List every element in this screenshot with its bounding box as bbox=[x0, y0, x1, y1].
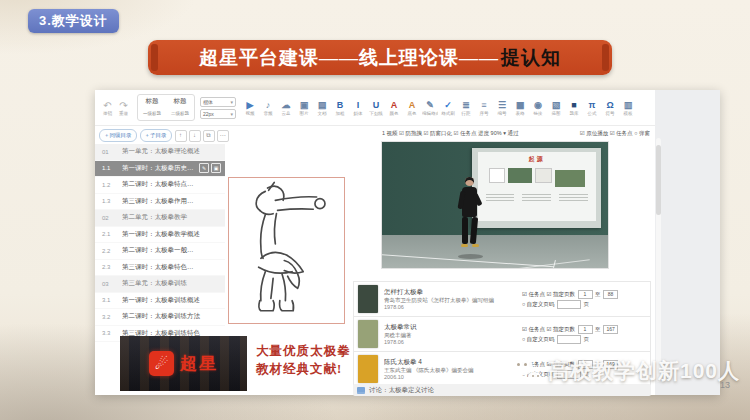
toolbar-button-label: 序号 bbox=[476, 111, 492, 116]
toolbar-button[interactable]: ≡ 序号 bbox=[476, 99, 492, 116]
book-row[interactable]: 太极拳常识 周稔丰编著 1978.06 ☑ 任务点 ☑ 指定页数 1 至 167 bbox=[353, 316, 651, 352]
chaoxing-logo-text: 超星 bbox=[180, 352, 218, 375]
page-to-input[interactable]: 167 bbox=[603, 325, 618, 334]
custom-pages-radio[interactable]: ○ 自定义页码 bbox=[522, 301, 554, 307]
video-options-right[interactable]: ☑ 原位播放 ☑ 任务点 ○ 弹窗 bbox=[580, 130, 650, 137]
chapter-list-item[interactable]: 03 第三单元：太极拳训练 ✎▣ bbox=[95, 276, 225, 293]
chapter-number: 1.1 bbox=[95, 165, 122, 171]
toolbar-button-icon: ☁ bbox=[278, 99, 294, 111]
book-title: 怎样打太极拳 bbox=[384, 288, 522, 297]
banner-highlight-text: 提认知 bbox=[501, 45, 561, 71]
chapter-list-item[interactable]: 2.1 第一课时：太极拳教学概述 ✎▣ bbox=[95, 227, 225, 244]
discussion-row[interactable]: 讨论：太极拳定义讨论 bbox=[353, 384, 651, 396]
add-chapter-button[interactable]: ＋子目录 bbox=[140, 129, 172, 142]
chapter-list-item[interactable]: 3.1 第一课时：太极拳训练概述 ✎▣ bbox=[95, 293, 225, 310]
scrollbar-thumb[interactable] bbox=[656, 145, 661, 215]
toolbar-button[interactable]: I 斜体 bbox=[350, 99, 366, 116]
assigned-pages-checkbox[interactable]: ☑ 指定页数 bbox=[547, 326, 575, 332]
custom-pages-radio[interactable]: ○ 自定义页码 bbox=[522, 336, 554, 342]
video-options-left[interactable]: 1 视频 ☑ 防拖拽 ☑ 防窗口化 ☑ 任务点 进度 90% ▾ 通过 bbox=[382, 130, 518, 137]
task-point-checkbox[interactable]: ☑ 任务点 bbox=[522, 291, 545, 297]
chapter-actions: ＋同级目录＋子目录 ↑↓⧉⋯ bbox=[99, 129, 229, 142]
chapter-tool-button[interactable]: ⋯ bbox=[217, 130, 229, 142]
delete-icon[interactable]: ▣ bbox=[211, 163, 221, 173]
chapter-list-item[interactable]: 2.2 第二课时：太极拳一般… ✎▣ bbox=[95, 243, 225, 260]
video-player[interactable]: 起源 bbox=[382, 142, 608, 268]
slide: 3.教学设计 超星平台建课——线上理论课—— 提认知 ↶ 撤销 ↷ 重做 标题 … bbox=[0, 0, 750, 420]
discussion-label: 讨论：太极拳定义讨论 bbox=[369, 386, 434, 395]
toolbar-button[interactable]: ≣ 行距 bbox=[458, 99, 474, 116]
toolbar-button[interactable]: ▥ 模板 bbox=[620, 99, 636, 116]
toolbar-button-label: 加粗 bbox=[332, 111, 348, 116]
toolbar-button[interactable]: ☰ 编号 bbox=[494, 99, 510, 116]
toolbar-button-icon: ♪ bbox=[260, 99, 276, 111]
chapter-tool-button[interactable]: ⧉ bbox=[203, 130, 215, 142]
chapter-label: 第一单元：太极拳理论概述 bbox=[122, 147, 225, 156]
toolbar-button-label: 表格 bbox=[512, 111, 528, 116]
custom-pages-input[interactable] bbox=[557, 335, 581, 344]
toolbar-button[interactable]: A 颜色 bbox=[386, 99, 402, 116]
assigned-pages-checkbox[interactable]: ☑ 指定页数 bbox=[547, 291, 575, 297]
toolbar-button-label: 符号 bbox=[602, 111, 618, 116]
toolbar-button[interactable]: B 加粗 bbox=[332, 99, 348, 116]
toolbar-button[interactable]: π 公式 bbox=[584, 99, 600, 116]
chapter-list-item[interactable]: 2.3 第三课时：太极拳特色… ✎▣ bbox=[95, 260, 225, 277]
toolbar-button[interactable]: ◉ 链接 bbox=[530, 99, 546, 116]
course-editor-window: ↶ 撤销 ↷ 重做 标题 标题 一级标题 二级标题 楷体 ▾ 22px bbox=[95, 90, 720, 395]
toolbar-button-label: 视频 bbox=[242, 111, 258, 116]
toolbar-icon-group: ▶ 视频 ♪ 音频 ☁ 云盘 ▣ 图片 bbox=[242, 99, 636, 116]
book-info: 太极拳常识 周稔丰编著 1978.06 bbox=[384, 323, 522, 345]
toolbar-button[interactable]: Ω 符号 bbox=[602, 99, 618, 116]
add-chapter-button[interactable]: ＋同级目录 bbox=[99, 129, 137, 142]
toolbar-button[interactable]: ▦ 表格 bbox=[512, 99, 528, 116]
toolbar-button-icon: I bbox=[350, 99, 366, 111]
toolbar-button-label: 插图 bbox=[548, 111, 564, 116]
paragraph-style-picker[interactable]: 标题 标题 一级标题 二级标题 bbox=[137, 94, 195, 121]
chapter-list-item[interactable]: 01 第一单元：太极拳理论概述 ✎▣ bbox=[95, 144, 225, 161]
chapter-label: 第二单元：太极拳教学 bbox=[122, 213, 225, 222]
toolbar-button[interactable]: ■ 题库 bbox=[566, 99, 582, 116]
edit-icon[interactable]: ✎ bbox=[199, 163, 209, 173]
chapter-list-item[interactable]: 1.1 第一课时：太极拳历史… ✎▣ bbox=[95, 161, 225, 178]
toolbar-button-icon: ▤ bbox=[314, 99, 330, 111]
chapter-tool-button[interactable]: ↑ bbox=[175, 130, 187, 142]
chevron-down-icon: ▾ bbox=[230, 111, 233, 117]
book-row[interactable]: 怎样打太极拳 青岛市卫生防疫站《怎样打太极拳》编写组编 1978.06 ☑ 任务… bbox=[353, 281, 651, 317]
chapter-list-item[interactable]: 1.2 第二课时：太极拳特点… ✎▣ bbox=[95, 177, 225, 194]
toolbar-button-icon: ✎ bbox=[422, 99, 438, 111]
toolbar-button[interactable]: ▶ 视频 bbox=[242, 99, 258, 116]
chapter-number: 2.1 bbox=[95, 231, 122, 237]
chapter-label: 第一课时：太极拳教学概述 bbox=[122, 230, 225, 239]
chapter-list-item[interactable]: 02 第二单元：太极拳教学 ✎▣ bbox=[95, 210, 225, 227]
chapter-label: 第一课时：太极拳历史… bbox=[122, 164, 199, 173]
chapter-number: 2.2 bbox=[95, 248, 122, 254]
video-board-captions bbox=[478, 192, 597, 203]
chapter-list-item[interactable]: 3.2 第二课时：太极拳训练方法 ✎▣ bbox=[95, 309, 225, 326]
toolbar-button-label: 颜色 bbox=[386, 111, 402, 116]
toolbar-button[interactable]: ☁ 云盘 bbox=[278, 99, 294, 116]
toolbar-button-icon: ◉ bbox=[530, 99, 546, 111]
toolbar-button[interactable]: ✓ 格式刷 bbox=[440, 99, 456, 116]
redo-button[interactable]: ↷ 重做 bbox=[116, 100, 131, 116]
page-to-input[interactable]: 88 bbox=[603, 290, 618, 299]
font-size-select[interactable]: 22px ▾ bbox=[200, 109, 236, 119]
page-from-input[interactable]: 1 bbox=[578, 290, 593, 299]
toolbar-button[interactable]: ▤ 文档 bbox=[314, 99, 330, 116]
undo-button[interactable]: ↶ 撤销 bbox=[100, 100, 115, 116]
toolbar-button-icon: ■ bbox=[566, 99, 582, 111]
toolbar-button[interactable]: U 下划线 bbox=[368, 99, 384, 116]
book-title: 陈氏太极拳 4 bbox=[384, 358, 522, 367]
page-from-input[interactable]: 1 bbox=[578, 325, 593, 334]
task-point-checkbox[interactable]: ☑ 任务点 bbox=[522, 326, 545, 332]
toolbar-button[interactable]: ▣ 图片 bbox=[296, 99, 312, 116]
toolbar-button[interactable]: A 底色 bbox=[404, 99, 420, 116]
toolbar-button[interactable]: ▧ 插图 bbox=[548, 99, 564, 116]
comment-icon bbox=[357, 387, 365, 394]
custom-pages-input[interactable] bbox=[557, 300, 581, 309]
chapter-label: 第三课时：太极拳作用… bbox=[122, 197, 225, 206]
toolbar-button[interactable]: ♪ 音频 bbox=[260, 99, 276, 116]
toolbar-button[interactable]: ✎ 编辑格式 bbox=[422, 99, 438, 116]
font-family-select[interactable]: 楷体 ▾ bbox=[200, 97, 236, 107]
chapter-list-item[interactable]: 1.3 第三课时：太极拳作用… ✎▣ bbox=[95, 194, 225, 211]
chapter-tool-button[interactable]: ↓ bbox=[189, 130, 201, 142]
